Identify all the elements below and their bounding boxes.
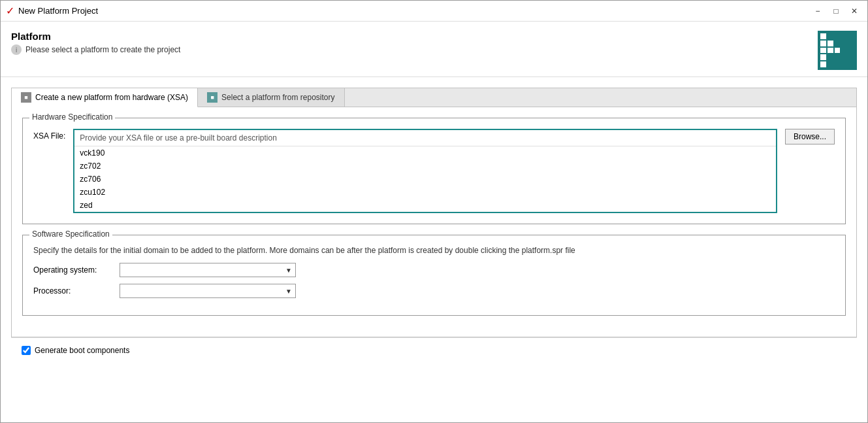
tabs-container: ■ Create a new platform from hardware (X… <box>11 88 857 337</box>
logo-cell <box>848 48 854 54</box>
logo-cell <box>820 41 826 46</box>
board-item-zed[interactable]: zed <box>74 199 776 212</box>
os-row: Operating system: ▼ <box>33 263 835 277</box>
tab-content: Hardware Specification XSA File: Provide… <box>12 107 856 337</box>
header-left: Platform i Please select a platform to c… <box>11 31 180 55</box>
logo-cell <box>828 33 833 39</box>
logo-cell <box>848 61 854 67</box>
minimize-button[interactable]: − <box>810 3 826 19</box>
logo-cell <box>828 54 833 60</box>
logo-cell <box>820 61 826 67</box>
logo-cell <box>820 54 826 60</box>
xsa-label: XSA File: <box>33 129 65 141</box>
window-title: New Platform Project <box>18 6 810 16</box>
software-spec-description: Specify the details for the initial doma… <box>33 246 835 255</box>
logo-cell <box>848 41 854 46</box>
software-spec-legend: Software Specification <box>29 229 112 239</box>
logo-cell <box>820 48 826 54</box>
xsa-board-list: vck190 zc702 zc706 zcu102 zed <box>74 146 776 212</box>
logo-cell <box>835 41 841 46</box>
maximize-button[interactable]: □ <box>828 3 844 19</box>
title-bar: ✓ New Platform Project − □ ✕ <box>1 1 867 22</box>
board-item-vck190[interactable]: vck190 <box>74 146 776 160</box>
os-label: Operating system: <box>33 265 112 275</box>
processor-row: Processor: ▼ <box>33 284 835 298</box>
logo-cell <box>828 48 833 54</box>
board-item-zcu102[interactable]: zcu102 <box>74 186 776 199</box>
content-area: ■ Create a new platform from hardware (X… <box>1 77 867 422</box>
processor-label: Processor: <box>33 286 112 296</box>
tab-repository-label: Select a platform from repository <box>221 93 334 102</box>
tabs-header: ■ Create a new platform from hardware (X… <box>12 88 856 107</box>
generate-boot-checkbox[interactable] <box>22 346 31 355</box>
main-window: ✓ New Platform Project − □ ✕ Platform i … <box>0 0 868 423</box>
os-select-wrapper: ▼ <box>120 263 296 277</box>
xsa-file-area: XSA File: Provide your XSA file or use a… <box>33 129 835 213</box>
processor-select[interactable] <box>120 284 296 298</box>
xsa-placeholder: Provide your XSA file or use a pre-built… <box>74 130 776 146</box>
bottom-section: Generate boot components <box>11 337 857 363</box>
hardware-spec-legend: Hardware Specification <box>29 112 115 122</box>
processor-select-wrapper: ▼ <box>120 284 296 298</box>
logo-cell <box>841 61 847 67</box>
logo-cell <box>835 61 841 67</box>
logo-cell <box>828 61 833 67</box>
app-icon: ✓ <box>6 5 14 17</box>
logo-cell <box>835 33 841 39</box>
xsa-textbox[interactable]: Provide your XSA file or use a pre-built… <box>73 129 777 213</box>
tab-repository[interactable]: ■ Select a platform from repository <box>198 88 344 107</box>
tab-hardware-label: Create a new platform from hardware (XSA… <box>35 93 188 102</box>
hardware-specification-section: Hardware Specification XSA File: Provide… <box>22 118 846 224</box>
generate-boot-label: Generate boot components <box>35 346 129 355</box>
header-subtitle: i Please select a platform to create the… <box>11 44 180 55</box>
window-controls: − □ ✕ <box>810 3 862 19</box>
software-specification-section: Software Specification Specify the detai… <box>22 235 846 316</box>
logo-cell <box>841 41 847 46</box>
hardware-tab-icon: ■ <box>21 92 31 103</box>
header-description: Please select a platform to create the p… <box>25 45 180 54</box>
logo-cell <box>835 54 841 60</box>
board-item-zc706[interactable]: zc706 <box>74 173 776 186</box>
board-item-zc702[interactable]: zc702 <box>74 160 776 173</box>
close-button[interactable]: ✕ <box>846 3 862 19</box>
repository-tab-icon: ■ <box>207 92 217 103</box>
app-logo <box>818 31 857 70</box>
header: Platform i Please select a platform to c… <box>1 22 867 77</box>
info-icon: i <box>11 44 22 55</box>
browse-button[interactable]: Browse... <box>785 129 835 144</box>
logo-cell <box>835 48 841 54</box>
logo-cell <box>828 41 833 46</box>
os-select[interactable] <box>120 263 296 277</box>
page-title: Platform <box>11 31 180 42</box>
logo-cell <box>841 54 847 60</box>
xsa-input-container: Provide your XSA file or use a pre-built… <box>73 129 777 213</box>
logo-cell <box>848 33 854 39</box>
logo-cell <box>820 33 826 39</box>
logo-cell <box>841 33 847 39</box>
logo-cell <box>848 54 854 60</box>
logo-cell <box>841 48 847 54</box>
tab-hardware[interactable]: ■ Create a new platform from hardware (X… <box>12 88 198 107</box>
generate-boot-row: Generate boot components <box>22 346 846 355</box>
